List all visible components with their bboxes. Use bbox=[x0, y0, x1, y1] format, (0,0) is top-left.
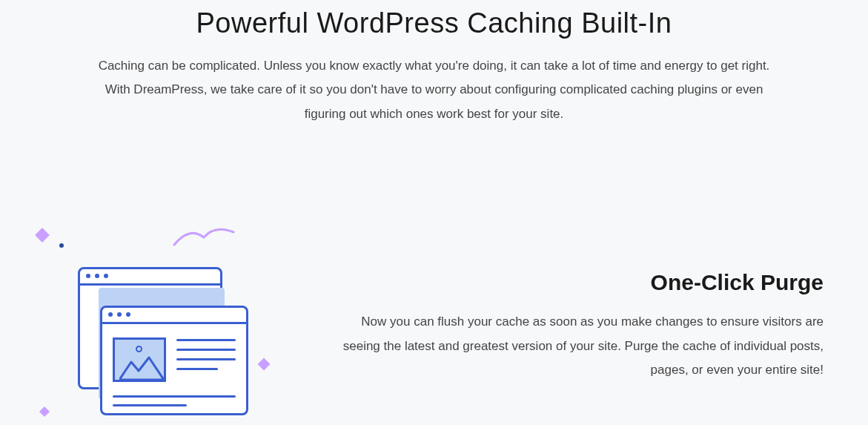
window-control-dot-icon bbox=[104, 274, 108, 278]
text-line bbox=[113, 395, 236, 398]
window-control-dot-icon bbox=[108, 312, 113, 317]
text-lines-icon bbox=[102, 395, 246, 406]
text-line bbox=[176, 349, 236, 351]
browser-window-front-icon bbox=[100, 306, 248, 415]
window-control-dot-icon bbox=[95, 274, 99, 278]
feature-title: One-Click Purge bbox=[334, 270, 824, 295]
window-titlebar bbox=[102, 308, 246, 324]
window-control-dot-icon bbox=[86, 274, 90, 278]
window-titlebar bbox=[80, 269, 220, 286]
sparkle-icon bbox=[35, 228, 50, 243]
illustration bbox=[22, 223, 334, 425]
mountain-icon bbox=[119, 356, 164, 380]
feature-content: One-Click Purge Now you can flush your c… bbox=[334, 270, 846, 382]
window-content bbox=[102, 324, 246, 395]
sparkle-icon bbox=[39, 406, 50, 417]
bird-icon bbox=[170, 226, 237, 251]
feature-row: One-Click Purge Now you can flush your c… bbox=[0, 223, 868, 425]
image-placeholder-icon bbox=[113, 337, 166, 382]
feature-description: Now you can flush your cache as soon as … bbox=[334, 310, 824, 382]
text-line bbox=[176, 358, 236, 360]
window-control-dot-icon bbox=[117, 312, 122, 317]
window-control-dot-icon bbox=[126, 312, 130, 317]
text-lines-icon bbox=[176, 337, 236, 382]
dot-icon bbox=[59, 243, 64, 248]
sparkle-icon bbox=[258, 358, 271, 370]
text-line bbox=[176, 339, 236, 341]
hero-section: Powerful WordPress Caching Built-In Cach… bbox=[0, 0, 868, 126]
hero-title: Powerful WordPress Caching Built-In bbox=[0, 7, 868, 39]
text-line bbox=[176, 368, 218, 370]
hero-description: Caching can be complicated. Unless you k… bbox=[93, 54, 775, 126]
sun-icon bbox=[136, 346, 142, 352]
text-line bbox=[113, 404, 187, 406]
